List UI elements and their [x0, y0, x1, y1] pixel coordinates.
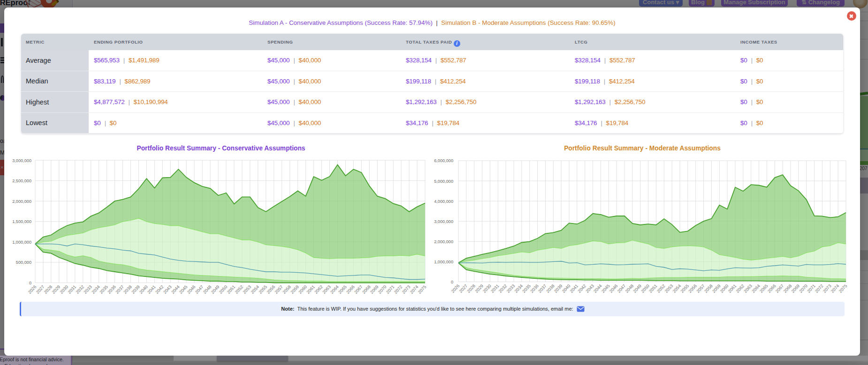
- svg-text:2073: 2073: [401, 284, 411, 295]
- svg-text:2053: 2053: [242, 284, 252, 295]
- svg-text:2055: 2055: [680, 283, 690, 294]
- svg-text:0: 0: [451, 280, 453, 284]
- svg-text:2050: 2050: [218, 284, 228, 295]
- svg-text:2047: 2047: [617, 283, 627, 294]
- svg-text:2073: 2073: [822, 283, 832, 294]
- svg-text:2068: 2068: [783, 283, 793, 294]
- svg-text:2046: 2046: [186, 284, 197, 295]
- svg-text:2072: 2072: [814, 283, 824, 294]
- svg-text:3,000,000: 3,000,000: [434, 219, 453, 224]
- svg-text:2028: 2028: [43, 284, 53, 295]
- svg-text:2068: 2068: [361, 284, 372, 295]
- svg-text:2034: 2034: [514, 283, 524, 294]
- svg-text:2047: 2047: [194, 284, 205, 295]
- svg-text:2061: 2061: [727, 283, 738, 294]
- svg-text:2057: 2057: [695, 283, 706, 294]
- svg-text:2031: 2031: [490, 283, 500, 294]
- svg-text:2027: 2027: [458, 283, 469, 294]
- svg-text:2048: 2048: [624, 283, 635, 294]
- svg-text:2,500,000: 2,500,000: [12, 179, 31, 183]
- svg-text:2,000,000: 2,000,000: [434, 239, 453, 244]
- svg-text:2074: 2074: [409, 284, 419, 295]
- svg-text:2044: 2044: [170, 284, 181, 295]
- svg-text:2041: 2041: [146, 284, 157, 295]
- svg-text:2054: 2054: [250, 284, 260, 295]
- svg-text:2038: 2038: [122, 284, 133, 295]
- svg-text:2036: 2036: [107, 284, 117, 295]
- svg-text:2048: 2048: [202, 284, 213, 295]
- svg-text:2030: 2030: [59, 284, 69, 295]
- svg-text:2031: 2031: [67, 284, 77, 295]
- svg-text:2028: 2028: [466, 283, 477, 294]
- svg-text:2054: 2054: [672, 283, 682, 294]
- svg-text:2041: 2041: [569, 283, 579, 294]
- svg-text:2037: 2037: [114, 284, 125, 295]
- svg-text:6,000,000: 6,000,000: [434, 158, 453, 163]
- svg-text:2069: 2069: [791, 283, 801, 294]
- svg-text:2035: 2035: [99, 284, 109, 295]
- svg-text:2060: 2060: [719, 283, 730, 294]
- svg-text:2049: 2049: [632, 283, 643, 294]
- svg-text:2063: 2063: [321, 284, 332, 295]
- svg-text:2034: 2034: [91, 284, 101, 295]
- svg-text:2063: 2063: [743, 283, 754, 294]
- svg-text:2044: 2044: [593, 283, 603, 294]
- svg-text:2066: 2066: [345, 284, 356, 295]
- svg-text:2046: 2046: [609, 283, 619, 294]
- svg-text:2045: 2045: [601, 283, 611, 294]
- svg-text:2038: 2038: [545, 283, 556, 294]
- svg-text:2033: 2033: [83, 284, 93, 295]
- svg-text:2061: 2061: [305, 284, 316, 295]
- svg-text:2072: 2072: [393, 284, 404, 295]
- svg-text:2067: 2067: [775, 283, 785, 294]
- svg-text:2069: 2069: [369, 284, 380, 295]
- svg-text:2052: 2052: [234, 284, 244, 295]
- svg-text:2064: 2064: [329, 284, 340, 295]
- svg-text:2042: 2042: [154, 284, 165, 295]
- svg-text:1,500,000: 1,500,000: [12, 219, 31, 224]
- svg-text:2032: 2032: [75, 284, 85, 295]
- svg-text:2043: 2043: [162, 284, 173, 295]
- svg-text:500,000: 500,000: [16, 260, 31, 265]
- svg-text:2065: 2065: [337, 284, 348, 295]
- svg-text:2026: 2026: [450, 283, 461, 294]
- svg-text:2066: 2066: [767, 283, 777, 294]
- svg-text:2040: 2040: [138, 284, 149, 295]
- svg-text:2,000,000: 2,000,000: [12, 199, 31, 204]
- svg-text:2026: 2026: [27, 284, 38, 295]
- svg-text:2029: 2029: [474, 283, 484, 294]
- svg-text:2052: 2052: [656, 283, 666, 294]
- svg-text:2042: 2042: [577, 283, 587, 294]
- svg-text:2032: 2032: [498, 283, 508, 294]
- svg-text:2071: 2071: [385, 284, 396, 295]
- svg-text:2059: 2059: [290, 284, 300, 295]
- svg-text:2065: 2065: [759, 283, 769, 294]
- svg-text:1,000,000: 1,000,000: [434, 260, 453, 264]
- svg-text:2055: 2055: [258, 284, 268, 295]
- svg-text:2075: 2075: [838, 283, 848, 294]
- svg-text:2037: 2037: [537, 283, 548, 294]
- svg-text:2062: 2062: [735, 283, 746, 294]
- svg-text:2027: 2027: [35, 284, 46, 295]
- svg-text:2035: 2035: [522, 283, 532, 294]
- svg-text:2071: 2071: [806, 283, 816, 294]
- svg-text:2030: 2030: [482, 283, 492, 294]
- svg-text:2045: 2045: [178, 284, 189, 295]
- svg-text:1,000,000: 1,000,000: [12, 240, 31, 245]
- svg-text:2067: 2067: [353, 284, 364, 295]
- svg-text:2060: 2060: [297, 284, 308, 295]
- svg-text:2056: 2056: [688, 283, 698, 294]
- svg-text:2029: 2029: [51, 284, 61, 295]
- svg-text:2051: 2051: [226, 284, 236, 295]
- svg-text:4,000,000: 4,000,000: [434, 199, 453, 204]
- svg-text:2070: 2070: [377, 284, 388, 295]
- svg-text:2051: 2051: [648, 283, 658, 294]
- svg-text:2062: 2062: [313, 284, 324, 295]
- svg-text:2036: 2036: [529, 283, 540, 294]
- svg-text:2056: 2056: [266, 284, 276, 295]
- svg-text:0: 0: [29, 281, 31, 285]
- svg-text:2039: 2039: [130, 284, 141, 295]
- svg-text:2075: 2075: [417, 284, 427, 295]
- svg-text:2074: 2074: [830, 283, 840, 294]
- svg-text:2064: 2064: [751, 283, 761, 294]
